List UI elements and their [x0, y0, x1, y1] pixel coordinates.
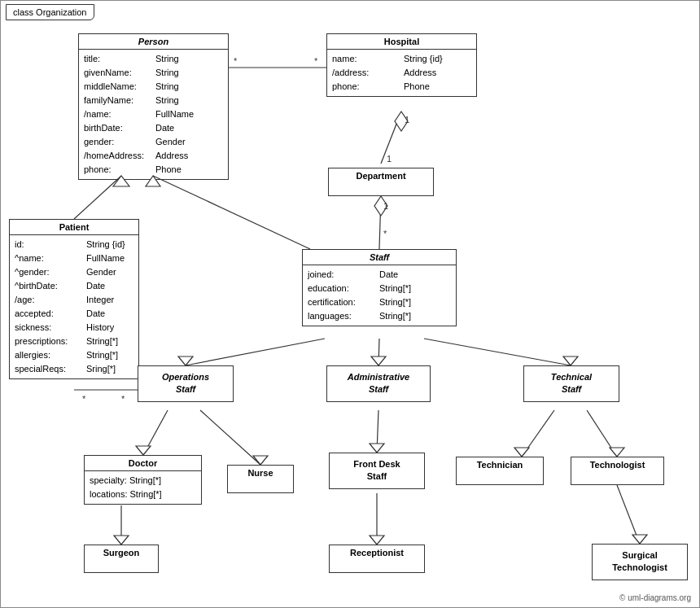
- svg-line-6: [381, 112, 401, 164]
- hospital-box: Hospital name:String {id} /address:Addre…: [326, 33, 477, 97]
- patient-title: Patient: [10, 220, 138, 235]
- svg-marker-26: [563, 356, 578, 365]
- svg-text:*: *: [121, 394, 125, 404]
- doctor-title: Doctor: [85, 456, 201, 471]
- administrative-staff-box: AdministrativeStaff: [326, 365, 431, 402]
- svg-marker-11: [374, 196, 387, 216]
- svg-line-21: [186, 339, 325, 365]
- svg-line-23: [378, 339, 379, 365]
- technical-staff-box: TechnicalStaff: [523, 365, 619, 402]
- patient-attrs: id:String {id} ^name:FullName ^gender:Ge…: [10, 235, 138, 378]
- front-desk-staff-box: Front DeskStaff: [329, 453, 425, 489]
- patient-box: Patient id:String {id} ^name:FullName ^g…: [9, 219, 139, 379]
- technician-title: Technician: [457, 457, 543, 472]
- technical-staff-title: TechnicalStaff: [524, 366, 619, 401]
- svg-marker-34: [514, 448, 529, 457]
- svg-line-29: [200, 410, 260, 465]
- diagram-title: class Organization: [6, 4, 94, 20]
- svg-line-10: [379, 196, 381, 249]
- hospital-title: Hospital: [327, 34, 476, 50]
- svg-marker-36: [610, 448, 624, 457]
- svg-text:*: *: [82, 394, 86, 404]
- surgeon-box: Surgeon: [84, 545, 159, 573]
- svg-marker-38: [114, 536, 129, 545]
- technician-box: Technician: [456, 457, 544, 485]
- copyright: © uml-diagrams.org: [619, 593, 691, 602]
- diagram-container: class Organization Person title:String g…: [0, 0, 700, 608]
- svg-marker-7: [395, 112, 408, 131]
- person-title: Person: [79, 34, 228, 50]
- svg-line-14: [74, 176, 121, 219]
- staff-box: Staff joined:Date education:String[*] ce…: [302, 249, 457, 326]
- person-box: Person title:String givenName:String mid…: [78, 33, 229, 180]
- svg-line-16: [153, 176, 310, 249]
- svg-line-41: [617, 485, 640, 544]
- nurse-box: Nurse: [227, 465, 294, 493]
- technologist-title: Technologist: [571, 457, 663, 472]
- svg-line-33: [522, 410, 554, 457]
- department-title: Department: [329, 168, 433, 183]
- svg-marker-42: [632, 535, 647, 544]
- svg-line-25: [424, 339, 571, 365]
- svg-marker-40: [370, 536, 384, 545]
- svg-marker-22: [178, 356, 193, 365]
- staff-title: Staff: [303, 250, 456, 265]
- svg-marker-30: [253, 456, 268, 465]
- surgical-technologist-title: SurgicalTechnologist: [593, 545, 687, 580]
- svg-marker-32: [370, 444, 384, 453]
- receptionist-title: Receptionist: [330, 545, 424, 560]
- doctor-attrs: specialty: String[*] locations: String[*…: [85, 471, 201, 504]
- department-box: Department: [328, 168, 434, 196]
- operations-staff-title: OperationsStaff: [138, 366, 233, 401]
- receptionist-box: Receptionist: [329, 545, 425, 573]
- person-attrs: title:String givenName:String middleName…: [79, 50, 228, 179]
- technologist-box: Technologist: [571, 457, 664, 485]
- hospital-attrs: name:String {id} /address:Address phone:…: [327, 50, 476, 96]
- svg-text:1: 1: [387, 154, 392, 164]
- svg-line-31: [377, 410, 378, 453]
- operations-staff-box: OperationsStaff: [138, 365, 234, 402]
- svg-text:*: *: [234, 56, 238, 66]
- administrative-staff-title: AdministrativeStaff: [327, 366, 430, 401]
- svg-text:1: 1: [383, 201, 388, 211]
- surgeon-title: Surgeon: [85, 545, 158, 560]
- svg-marker-24: [371, 356, 386, 365]
- svg-text:*: *: [383, 229, 387, 238]
- doctor-box: Doctor specialty: String[*] locations: S…: [84, 455, 202, 505]
- nurse-title: Nurse: [228, 466, 293, 480]
- svg-text:*: *: [314, 56, 318, 66]
- svg-line-27: [143, 410, 168, 455]
- svg-marker-28: [136, 446, 151, 455]
- svg-text:1: 1: [405, 115, 409, 125]
- svg-line-35: [587, 410, 617, 457]
- surgical-technologist-box: SurgicalTechnologist: [592, 544, 688, 580]
- front-desk-staff-title: Front DeskStaff: [330, 453, 424, 488]
- staff-attrs: joined:Date education:String[*] certific…: [303, 265, 456, 326]
